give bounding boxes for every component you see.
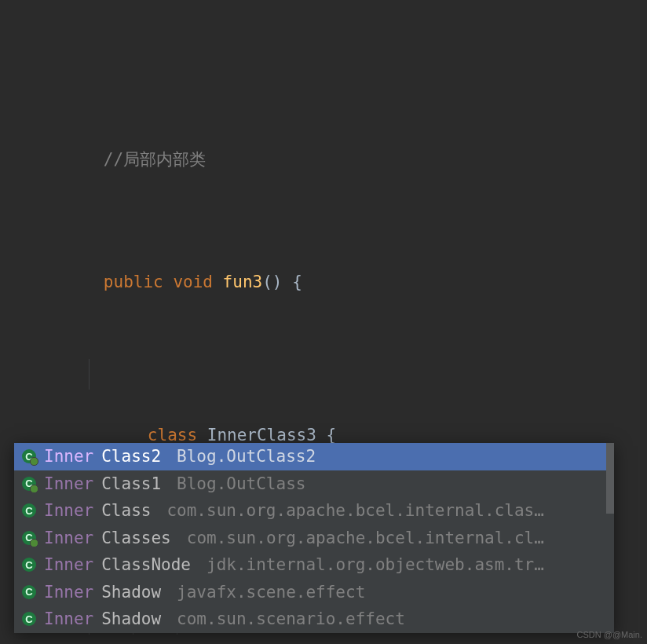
- autocomplete-rest: Class1: [101, 474, 161, 493]
- code-line[interactable]: //局部内部类: [0, 114, 647, 145]
- autocomplete-match: Inner: [44, 447, 93, 466]
- class-icon: C: [22, 449, 36, 463]
- class-icon: C: [22, 585, 36, 599]
- keyword: class: [148, 426, 197, 445]
- class-icon: C: [22, 503, 36, 518]
- autocomplete-popup[interactable]: CInnerClass2Blog.OutClass2CInnerClass1Bl…: [14, 443, 614, 633]
- keyword: void: [173, 273, 213, 291]
- autocomplete-rest: Shadow: [101, 609, 161, 628]
- class-icon: C: [22, 558, 36, 572]
- comment: //局部内部类: [104, 150, 206, 169]
- class-icon: C: [22, 531, 36, 545]
- autocomplete-match: Inner: [44, 474, 93, 493]
- autocomplete-scrollbar[interactable]: [606, 443, 614, 633]
- autocomplete-package: Blog.OutClass: [177, 474, 305, 493]
- autocomplete-package: Blog.OutClass2: [177, 447, 316, 466]
- method-name: fun3: [223, 273, 263, 291]
- class-icon: C: [22, 477, 36, 491]
- autocomplete-rest: Class2: [101, 447, 161, 466]
- autocomplete-match: Inner: [44, 501, 93, 520]
- autocomplete-item[interactable]: CInnerShadowcom.sun.scenario.effect: [14, 606, 614, 633]
- autocomplete-rest: ClassNode: [101, 555, 191, 574]
- code-line[interactable]: public void fun3() {: [0, 236, 647, 267]
- autocomplete-package: com.sun.org.apache.bcel.internal.cl…: [187, 529, 544, 547]
- autocomplete-match: Inner: [44, 555, 93, 574]
- keyword: public: [104, 273, 163, 291]
- class-icon: C: [22, 612, 36, 626]
- autocomplete-package: jdk.internal.org.objectweb.asm.tr…: [207, 555, 544, 574]
- autocomplete-package: com.sun.scenario.effect: [177, 609, 405, 628]
- autocomplete-item[interactable]: CInnerClass1Blog.OutClass: [14, 470, 614, 498]
- code-editor[interactable]: //局部内部类 public void fun3() { class Inner…: [0, 0, 647, 644]
- autocomplete-rest: Class: [101, 501, 151, 520]
- autocomplete-item[interactable]: CInnerClass2Blog.OutClass2: [14, 443, 614, 470]
- autocomplete-rest: Classes: [101, 529, 171, 547]
- autocomplete-match: Inner: [44, 609, 93, 628]
- autocomplete-package: javafx.scene.effect: [177, 583, 365, 602]
- autocomplete-item[interactable]: CInnerShadowjavafx.scene.effect: [14, 579, 614, 606]
- autocomplete-rest: Shadow: [101, 583, 161, 602]
- autocomplete-package: com.sun.org.apache.bcel.internal.clas…: [166, 501, 543, 520]
- autocomplete-item[interactable]: CInnerClassNodejdk.internal.org.objectwe…: [14, 551, 614, 579]
- autocomplete-item[interactable]: CInnerClassescom.sun.org.apache.bcel.int…: [14, 525, 614, 552]
- autocomplete-scroll-thumb[interactable]: [606, 443, 614, 514]
- watermark: CSDN @@Main.: [577, 630, 642, 639]
- autocomplete-item[interactable]: CInnerClasscom.sun.org.apache.bcel.inter…: [14, 497, 614, 525]
- autocomplete-match: Inner: [44, 529, 93, 547]
- autocomplete-match: Inner: [44, 583, 93, 602]
- class-name: InnerClass3: [207, 426, 316, 445]
- code-line[interactable]: class InnerClass3 {: [0, 359, 647, 390]
